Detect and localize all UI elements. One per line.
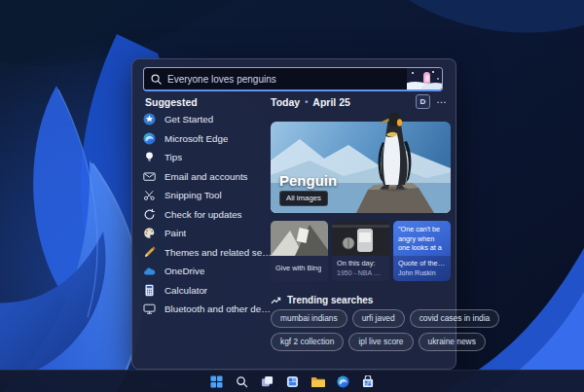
- sidebar-item-label: Snipping Tool: [164, 190, 222, 200]
- task-view-icon[interactable]: [259, 374, 274, 389]
- today-label: Today: [271, 96, 300, 108]
- trending-chip-row: mumbai indians urfi javed covid cases in…: [271, 309, 499, 328]
- sidebar-item-label: Tips: [164, 152, 182, 162]
- sidebar-item-get-started[interactable]: Get Started: [143, 110, 272, 129]
- edge-browser-icon[interactable]: [335, 374, 350, 389]
- sidebar-item-label: Check for updates: [164, 209, 242, 220]
- themes-icon: [143, 246, 156, 259]
- card-caption: Give with Bing: [275, 264, 321, 272]
- suggested-list: Get Started Microsoft Edge Tips Email an…: [143, 110, 272, 319]
- quote-text: "One can't be angry when one looks at a …: [393, 221, 451, 256]
- tips-icon: [143, 151, 156, 163]
- microsoft-store-icon[interactable]: [360, 374, 376, 389]
- search-input[interactable]: [167, 74, 407, 85]
- sidebar-item-label: Microsoft Edge: [164, 133, 228, 144]
- snipping-tool-icon: [143, 189, 156, 201]
- widgets-icon[interactable]: [284, 374, 300, 389]
- today-date: April 25: [312, 96, 350, 108]
- trending-chip[interactable]: urfi javed: [352, 309, 405, 328]
- sidebar-item-email-accounts[interactable]: Email and accounts: [143, 167, 272, 187]
- onedrive-icon: [143, 265, 156, 277]
- sidebar-item-bluetooth-devices[interactable]: Bluetooth and other devices sett...: [143, 300, 272, 319]
- taskbar-search-icon[interactable]: [234, 374, 249, 389]
- quote-of-the-day-card[interactable]: "One can't be angry when one looks at a …: [393, 221, 451, 281]
- sidebar-item-label: Get Started: [164, 114, 213, 125]
- today-separator: •: [305, 97, 308, 107]
- search-flyout-panel: Suggested Today • April 25 D … Get Start…: [131, 58, 456, 370]
- give-with-bing-thumbnail: [271, 221, 328, 256]
- sidebar-item-snipping-tool[interactable]: Snipping Tool: [143, 186, 272, 205]
- devices-icon: [143, 303, 156, 315]
- sidebar-item-microsoft-edge[interactable]: Microsoft Edge: [143, 129, 272, 149]
- get-started-icon: [143, 113, 156, 125]
- sidebar-item-themes[interactable]: Themes and related settings: [143, 243, 272, 263]
- trending-searches-header: Trending searches: [271, 295, 373, 305]
- card-subcaption: 1950 - NBA miles...: [337, 269, 384, 276]
- sidebar-item-label: Calculator: [164, 285, 207, 296]
- trending-chip[interactable]: mumbai indians: [271, 309, 347, 328]
- paint-icon: [143, 227, 156, 239]
- trending-chip-row: kgf 2 collection ipl live score ukraine …: [271, 333, 486, 351]
- start-button[interactable]: [208, 374, 224, 389]
- suggested-header: Suggested: [145, 96, 198, 108]
- sidebar-item-onedrive[interactable]: OneDrive: [143, 262, 272, 281]
- search-box[interactable]: [143, 67, 443, 91]
- hero-title: Penguin: [279, 172, 337, 189]
- on-this-day-thumbnail: [332, 221, 389, 256]
- sidebar-item-check-updates[interactable]: Check for updates: [143, 205, 272, 225]
- search-icon: [151, 74, 162, 85]
- on-this-day-card[interactable]: On this day: 1950 - NBA miles...: [332, 221, 389, 281]
- sidebar-item-calculator[interactable]: Calculator: [143, 281, 272, 301]
- daily-cards-row: Give with Bing On this day: 1950 - NBA m…: [271, 221, 451, 281]
- card-caption: Quote of the day:: [398, 259, 446, 267]
- email-icon: [143, 170, 156, 183]
- sidebar-item-label: Bluetooth and other devices sett...: [164, 303, 272, 314]
- calculator-icon: [143, 284, 156, 297]
- trending-chip[interactable]: ipl live score: [348, 333, 413, 351]
- give-with-bing-card[interactable]: Give with Bing: [271, 221, 328, 281]
- updates-icon: [143, 208, 156, 221]
- today-header: Today • April 25: [271, 96, 350, 108]
- card-subcaption: John Ruskin: [398, 269, 446, 276]
- penguin-doodle-illustration: [407, 68, 442, 89]
- sidebar-item-label: Paint: [164, 228, 186, 238]
- hero-image-card[interactable]: Penguin All images: [271, 122, 451, 213]
- sidebar-item-label: OneDrive: [164, 266, 204, 276]
- sidebar-item-label: Themes and related settings: [164, 247, 272, 258]
- trending-chip[interactable]: ukraine news: [419, 333, 486, 351]
- sidebar-item-paint[interactable]: Paint: [143, 224, 272, 243]
- trending-chip[interactable]: covid cases in india: [410, 309, 500, 328]
- card-caption: On this day:: [337, 259, 384, 267]
- trending-chip[interactable]: kgf 2 collection: [271, 333, 344, 351]
- taskbar: [0, 370, 584, 392]
- more-options-icon[interactable]: …: [436, 93, 448, 105]
- trending-icon: [271, 296, 281, 305]
- all-images-button[interactable]: All images: [279, 191, 328, 206]
- daily-badge[interactable]: D: [416, 94, 430, 109]
- file-explorer-icon[interactable]: [310, 374, 325, 389]
- trending-label: Trending searches: [287, 295, 373, 305]
- edge-icon: [143, 132, 156, 145]
- sidebar-item-label: Email and accounts: [164, 171, 248, 182]
- sidebar-item-tips[interactable]: Tips: [143, 148, 272, 167]
